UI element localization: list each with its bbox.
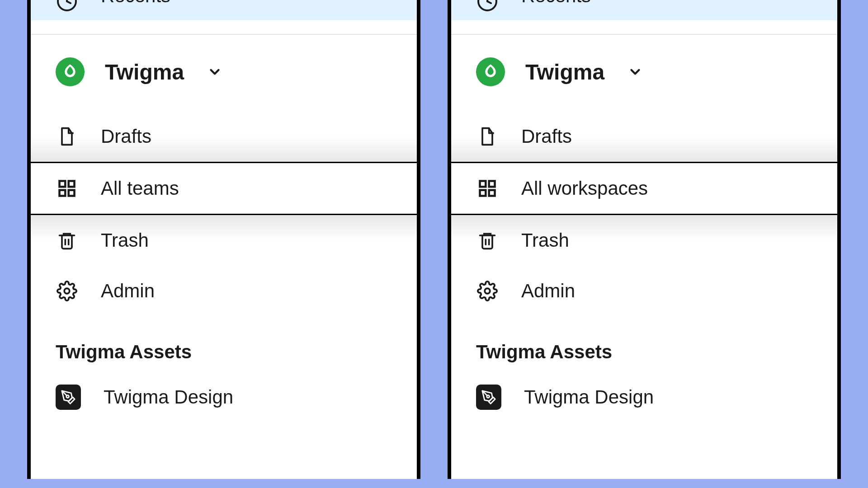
- svg-rect-11: [489, 190, 495, 196]
- all-teams-label: All teams: [101, 178, 179, 199]
- clock-icon: [476, 0, 499, 12]
- sidebar-panel-right: Recents Twigma Drafts: [448, 0, 841, 479]
- nav-item-admin[interactable]: Admin: [31, 266, 417, 316]
- drafts-label: Drafts: [101, 126, 151, 147]
- nav-item-trash[interactable]: Trash: [451, 215, 837, 266]
- asset-label: Twigma Design: [524, 386, 654, 408]
- svg-rect-8: [480, 181, 486, 187]
- file-icon: [56, 127, 78, 146]
- svg-rect-4: [69, 190, 75, 196]
- drafts-label: Drafts: [521, 126, 572, 147]
- nav-item-recents[interactable]: Recents: [451, 0, 837, 20]
- asset-label: Twigma Design: [104, 386, 233, 408]
- gear-icon: [56, 281, 78, 301]
- recents-label: Recents: [101, 0, 170, 7]
- asset-item-twigma-design[interactable]: Twigma Design: [451, 372, 837, 422]
- admin-label: Admin: [101, 280, 155, 302]
- svg-point-6: [66, 395, 69, 398]
- trash-label: Trash: [521, 230, 569, 251]
- all-workspaces-label: All workspaces: [521, 178, 648, 199]
- nav-item-drafts[interactable]: Drafts: [451, 111, 837, 162]
- svg-point-5: [64, 288, 70, 294]
- asset-item-twigma-design[interactable]: Twigma Design: [31, 372, 417, 422]
- grid-icon: [476, 178, 499, 198]
- assets-section-title: Twigma Assets: [451, 316, 837, 372]
- org-switcher[interactable]: Twigma: [451, 35, 837, 111]
- nav-item-recents[interactable]: Recents: [31, 0, 417, 20]
- svg-point-13: [487, 395, 490, 398]
- svg-rect-9: [489, 181, 495, 187]
- grid-icon: [56, 178, 78, 198]
- svg-point-12: [485, 288, 490, 294]
- org-logo-icon: [476, 57, 505, 86]
- nav-item-trash[interactable]: Trash: [31, 215, 417, 266]
- nav-item-admin[interactable]: Admin: [451, 266, 837, 316]
- sidebar-panel-left: Recents Twigma Drafts: [27, 0, 420, 479]
- trash-label: Trash: [101, 230, 149, 251]
- assets-section-title: Twigma Assets: [31, 316, 417, 372]
- svg-rect-2: [69, 181, 75, 187]
- recents-label: Recents: [521, 0, 591, 7]
- admin-label: Admin: [521, 280, 575, 302]
- svg-rect-10: [480, 190, 486, 196]
- chevron-down-icon: [207, 64, 222, 80]
- pen-tool-icon: [56, 385, 81, 410]
- trash-icon: [56, 230, 78, 250]
- pen-tool-icon: [476, 385, 501, 410]
- svg-rect-1: [60, 181, 66, 187]
- org-name-label: Twigma: [525, 60, 604, 84]
- trash-icon: [476, 230, 499, 250]
- nav-item-all-teams[interactable]: All teams: [31, 163, 417, 214]
- clock-icon: [56, 0, 78, 12]
- gear-icon: [476, 281, 499, 301]
- highlighted-nav-row: All teams: [31, 162, 417, 215]
- org-name-label: Twigma: [105, 60, 184, 84]
- nav-item-drafts[interactable]: Drafts: [31, 111, 417, 162]
- org-logo-icon: [56, 57, 85, 86]
- chevron-down-icon: [627, 64, 643, 80]
- svg-rect-3: [60, 190, 66, 196]
- file-icon: [476, 127, 499, 146]
- nav-item-all-workspaces[interactable]: All workspaces: [451, 163, 837, 214]
- org-switcher[interactable]: Twigma: [31, 35, 417, 111]
- highlighted-nav-row: All workspaces: [451, 162, 837, 215]
